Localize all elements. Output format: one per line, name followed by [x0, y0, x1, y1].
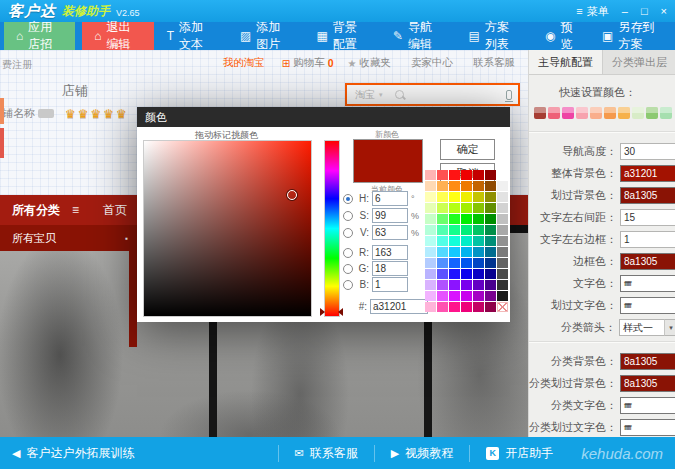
palette-cell[interactable]: [437, 236, 448, 246]
palette-cell[interactable]: [485, 203, 496, 213]
palette-cell[interactable]: [473, 225, 484, 235]
quick-color-swatch[interactable]: [534, 107, 546, 119]
quick-color-swatch[interactable]: [604, 107, 616, 119]
palette-cell[interactable]: [437, 258, 448, 268]
palette-cell[interactable]: [461, 214, 472, 224]
palette-cell[interactable]: [461, 302, 472, 312]
palette-cell[interactable]: [437, 203, 448, 213]
palette-cell[interactable]: [461, 291, 472, 301]
quick-color-swatch[interactable]: [576, 107, 588, 119]
palette-cell[interactable]: [497, 225, 508, 235]
palette-cell[interactable]: [437, 214, 448, 224]
palette-cell[interactable]: [449, 291, 460, 301]
palette-cell[interactable]: [449, 170, 460, 180]
radio-v[interactable]: [343, 228, 353, 238]
palette-cell[interactable]: [485, 291, 496, 301]
r-input[interactable]: [372, 245, 408, 260]
palette-cell[interactable]: [473, 291, 484, 301]
palette-cell[interactable]: [425, 203, 436, 213]
hex-input[interactable]: [370, 299, 428, 314]
palette-cell[interactable]: [425, 247, 436, 257]
palette-cell[interactable]: [485, 280, 496, 290]
palette-cell[interactable]: [473, 203, 484, 213]
close-icon[interactable]: ×: [661, 5, 667, 17]
palette-cell[interactable]: [425, 181, 436, 191]
palette-cell[interactable]: [449, 280, 460, 290]
ok-button[interactable]: 确定: [440, 139, 495, 160]
palette-cell[interactable]: [449, 247, 460, 257]
chevron-down-icon[interactable]: ▾: [379, 91, 383, 99]
taobao-search-box[interactable]: 淘宝 ▾: [345, 83, 520, 106]
v-input[interactable]: [372, 225, 408, 240]
palette-cell[interactable]: [473, 302, 484, 312]
footer-link[interactable]: ▶ 视频教程: [374, 445, 453, 462]
config-row-value[interactable]: 1: [620, 231, 675, 248]
palette-cell[interactable]: [437, 280, 448, 290]
palette-cell[interactable]: [485, 192, 496, 202]
palette-cell[interactable]: [461, 280, 472, 290]
palette-cell[interactable]: [437, 291, 448, 301]
h-input[interactable]: [372, 191, 408, 206]
sv-marker[interactable]: [287, 190, 297, 200]
palette-cell[interactable]: [449, 236, 460, 246]
top-nav-link[interactable]: ★ 收藏夹: [348, 56, 394, 70]
top-nav-link[interactable]: ⊞ 购物车 0: [282, 56, 334, 70]
quick-color-swatch[interactable]: [660, 107, 672, 119]
radio-h[interactable]: [343, 194, 353, 204]
palette-cell[interactable]: [461, 258, 472, 268]
palette-cell[interactable]: [461, 170, 472, 180]
palette-cell[interactable]: [437, 192, 448, 202]
palette-cell[interactable]: [485, 214, 496, 224]
palette-cell[interactable]: [485, 181, 496, 191]
palette-cell[interactable]: [473, 280, 484, 290]
menu-button[interactable]: ≡ 菜单: [576, 4, 608, 19]
palette-cell[interactable]: [485, 247, 496, 257]
palette-cell[interactable]: [461, 236, 472, 246]
palette-cell[interactable]: [497, 181, 508, 191]
palette-cell[interactable]: [425, 192, 436, 202]
saturation-value-picker[interactable]: [143, 140, 312, 317]
b-input[interactable]: [372, 277, 408, 292]
radio-b[interactable]: [343, 280, 353, 290]
radio-r[interactable]: [343, 248, 353, 258]
footer-link[interactable]: ◀ 客户达户外拓展训练: [12, 445, 134, 462]
config-row-value[interactable]: 15: [620, 209, 675, 226]
toolbar-item[interactable]: ✎ 导航编辑: [380, 22, 456, 50]
maximize-icon[interactable]: □: [641, 5, 648, 17]
palette-cell[interactable]: [497, 214, 508, 224]
quick-color-swatch[interactable]: [590, 107, 602, 119]
quick-color-swatch[interactable]: [646, 107, 658, 119]
chevron-down-icon[interactable]: ▾: [664, 319, 675, 336]
palette-cell[interactable]: [461, 247, 472, 257]
palette-cell[interactable]: [497, 269, 508, 279]
config-row-value[interactable]: 8a1305: [620, 253, 675, 270]
footer-link[interactable]: K 开店助手: [469, 445, 553, 462]
hue-slider-handle[interactable]: [320, 308, 343, 316]
g-input[interactable]: [372, 261, 408, 276]
category-dropdown-item[interactable]: 所有宝贝 ▪: [0, 225, 137, 251]
microphone-icon[interactable]: [506, 90, 512, 100]
palette-cell[interactable]: [473, 170, 484, 180]
toolbar-item[interactable]: ▣ 另存到方案: [589, 22, 675, 50]
shop-nav-item[interactable]: 首页: [103, 202, 127, 219]
quick-color-swatch[interactable]: [632, 107, 644, 119]
palette-cell[interactable]: [449, 225, 460, 235]
palette-cell[interactable]: [425, 302, 436, 312]
palette-cell[interactable]: [437, 225, 448, 235]
palette-cell[interactable]: [497, 258, 508, 268]
top-nav-link[interactable]: 我的淘宝: [220, 56, 268, 70]
palette-cell[interactable]: [485, 236, 496, 246]
palette-cell[interactable]: [425, 269, 436, 279]
palette-cell[interactable]: [473, 192, 484, 202]
palette-cell[interactable]: [449, 203, 460, 213]
palette-cell[interactable]: [473, 269, 484, 279]
palette-cell[interactable]: [425, 170, 436, 180]
palette-cell[interactable]: [497, 302, 508, 312]
palette-cell[interactable]: [425, 225, 436, 235]
palette-cell[interactable]: [485, 225, 496, 235]
quick-color-swatch[interactable]: [562, 107, 574, 119]
palette-cell[interactable]: [437, 170, 448, 180]
top-nav-link[interactable]: 卖家中心: [408, 56, 456, 70]
config-row-value[interactable]: ffffff: [620, 397, 675, 414]
footer-link[interactable]: ✉ 联系客服: [278, 445, 358, 462]
